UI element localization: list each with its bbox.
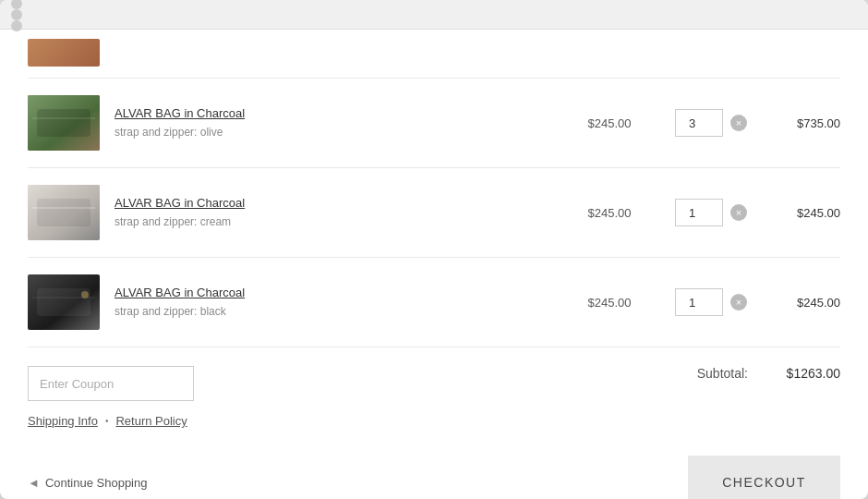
traffic-lights (11, 0, 22, 31)
separator: • (105, 416, 109, 426)
cart-row: ALVAR BAG in Charcoal strap and zipper: … (28, 258, 840, 347)
continue-shopping-label: Continue Shopping (45, 476, 148, 490)
back-arrow-icon: ◄ (28, 476, 40, 490)
cart-row: ALVAR BAG in Charcoal strap and zipper: … (28, 79, 840, 168)
quantity-input[interactable] (675, 109, 723, 137)
app-window: ALVAR BAG in Charcoal strap and zipper: … (0, 0, 868, 499)
product-price: $245.00 (554, 296, 665, 310)
line-total: $245.00 (757, 206, 840, 220)
quantity-wrapper (665, 199, 757, 226)
product-name[interactable]: ALVAR BAG in Charcoal (115, 196, 554, 210)
product-name[interactable]: ALVAR BAG in Charcoal (115, 106, 554, 120)
product-name[interactable]: ALVAR BAG in Charcoal (115, 286, 554, 299)
subtotal-label: Subtotal: (697, 366, 748, 381)
product-info: ALVAR BAG in Charcoal strap and zipper: … (115, 286, 554, 319)
shipping-info-link[interactable]: Shipping Info (28, 414, 98, 428)
remove-button[interactable] (730, 115, 747, 131)
cart-content: ALVAR BAG in Charcoal strap and zipper: … (0, 30, 868, 499)
product-image-black (28, 274, 100, 330)
continue-shopping-link[interactable]: ◄ Continue Shopping (28, 476, 147, 490)
line-total: $245.00 (757, 296, 840, 310)
product-variant: strap and zipper: olive (115, 126, 223, 139)
subtotal-amount: $1263.00 (766, 366, 840, 381)
partial-product-image (28, 39, 100, 67)
quantity-input[interactable] (675, 199, 723, 226)
minimize-dot (11, 9, 22, 20)
remove-button[interactable] (730, 294, 747, 310)
partial-cart-row (28, 30, 840, 79)
bottom-section: Shipping Info • Return Policy Subtotal: … (28, 347, 840, 446)
checkout-button[interactable]: CHECKOUT (688, 456, 840, 499)
return-policy-link[interactable]: Return Policy (115, 414, 187, 428)
product-image-olive (28, 95, 100, 151)
product-variant: strap and zipper: cream (115, 215, 231, 228)
subtotal-row: Subtotal: $1263.00 (697, 366, 840, 381)
product-price: $245.00 (554, 116, 665, 130)
links-row: Shipping Info • Return Policy (28, 414, 194, 428)
title-bar (0, 0, 868, 30)
right-bottom: Subtotal: $1263.00 (697, 366, 840, 381)
quantity-wrapper (665, 288, 757, 316)
quantity-input[interactable] (675, 288, 723, 316)
svg-rect-6 (37, 199, 90, 226)
product-price: $245.00 (554, 206, 665, 220)
line-total: $735.00 (757, 116, 840, 130)
svg-point-11 (81, 291, 89, 298)
left-bottom: Shipping Info • Return Policy (28, 366, 194, 428)
footer-row: ◄ Continue Shopping CHECKOUT (28, 446, 840, 499)
quantity-wrapper (665, 109, 757, 137)
product-variant: strap and zipper: black (115, 305, 226, 318)
cart-row: ALVAR BAG in Charcoal strap and zipper: … (28, 168, 840, 258)
close-dot (11, 0, 22, 9)
coupon-input[interactable] (28, 366, 194, 401)
product-info: ALVAR BAG in Charcoal strap and zipper: … (115, 106, 554, 140)
product-image-cream (28, 185, 100, 240)
svg-rect-2 (37, 109, 90, 137)
product-info: ALVAR BAG in Charcoal strap and zipper: … (115, 196, 554, 229)
remove-button[interactable] (730, 204, 747, 221)
